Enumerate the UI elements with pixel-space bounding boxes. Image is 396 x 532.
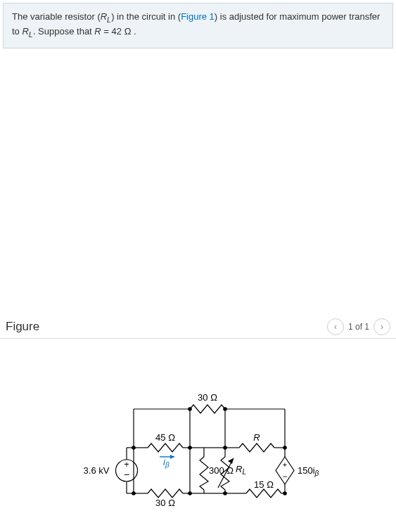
- svg-point-40: [132, 446, 135, 448]
- chevron-right-icon: ›: [381, 323, 383, 331]
- label-r300: 300 Ω: [209, 465, 234, 476]
- svg-point-42: [224, 407, 226, 410]
- svg-text:+: +: [124, 460, 129, 469]
- svg-marker-8: [170, 455, 174, 459]
- figure-pager: ‹ 1 of 1 ›: [327, 318, 390, 335]
- problem-statement: The variable resistor (RL) in the circui…: [3, 3, 393, 48]
- label-ibeta: iβ: [163, 457, 170, 469]
- figure-header: Figure ‹ 1 of 1 ›: [0, 316, 396, 339]
- svg-point-46: [132, 491, 135, 494]
- circuit-diagram: + − + −: [0, 367, 396, 532]
- text: .: [131, 26, 136, 37]
- svg-point-44: [224, 446, 226, 448]
- label-source: 3.6 kV: [84, 465, 110, 476]
- svg-text:+: +: [283, 461, 287, 469]
- text: ) in the circuit in (: [111, 11, 181, 22]
- text: . Suppose that: [33, 26, 94, 37]
- pager-text: 1 of 1: [348, 322, 369, 332]
- text: The variable resistor (: [12, 11, 101, 22]
- label-ccvs: 150iβ: [298, 465, 319, 477]
- svg-point-41: [189, 407, 191, 410]
- figure-link[interactable]: Figure 1: [181, 11, 215, 22]
- svg-text:−: −: [282, 472, 287, 481]
- svg-text:−: −: [124, 469, 129, 480]
- label-r30-top: 30 Ω: [198, 392, 217, 403]
- svg-point-45: [283, 446, 286, 448]
- label-r: R: [253, 432, 260, 443]
- chevron-left-icon: ‹: [334, 323, 337, 331]
- label-r45: 45 Ω: [155, 432, 175, 443]
- svg-point-47: [189, 491, 191, 494]
- label-rl: RL: [236, 464, 246, 476]
- prev-button[interactable]: ‹: [327, 318, 344, 335]
- var-r: R: [94, 26, 101, 37]
- label-r15: 15 Ω: [254, 479, 274, 490]
- var-rl: RL: [101, 11, 111, 22]
- unit-ohm: Ω: [124, 26, 132, 37]
- svg-point-43: [189, 446, 191, 448]
- svg-point-48: [224, 491, 226, 494]
- label-r30-bot: 30 Ω: [155, 498, 175, 508]
- text: = 42: [101, 26, 124, 37]
- figure-title: Figure: [6, 320, 39, 334]
- svg-point-49: [283, 491, 286, 494]
- next-button[interactable]: ›: [373, 318, 390, 335]
- var-rl2: RL: [22, 26, 32, 37]
